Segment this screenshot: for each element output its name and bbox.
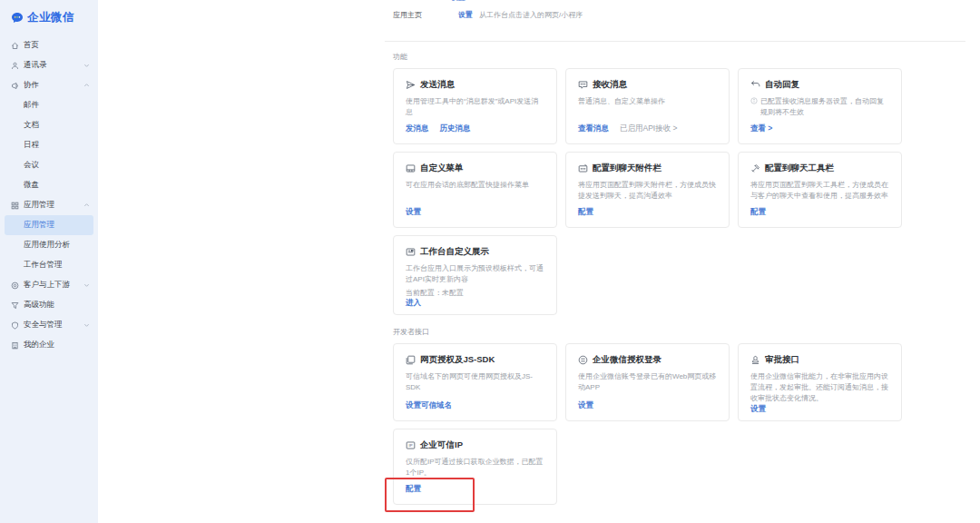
sidebar-item-label: 我的企业 <box>24 340 54 350</box>
custom-menu-icon <box>406 163 416 173</box>
sidebar-item-docs[interactable]: 文档 <box>0 115 98 135</box>
sidebar-item-label: 邮件 <box>24 100 39 111</box>
card-title: 网页授权及JS-SDK <box>420 354 495 366</box>
trusted-ip-config-link[interactable]: 配置 <box>406 484 421 495</box>
chevron-up-icon <box>83 83 90 89</box>
sidebar-item-meeting[interactable]: 会议 <box>0 155 98 175</box>
building-icon <box>11 341 19 350</box>
card-title: 企业微信授权登录 <box>593 354 662 366</box>
shield-icon <box>11 321 19 330</box>
card-title: 自定义菜单 <box>420 163 464 174</box>
send-icon <box>406 80 416 90</box>
sidebar-item-app-usage-analytics[interactable]: 应用使用分析 <box>0 235 98 255</box>
info-icon <box>750 97 758 118</box>
sidebar-item-mail[interactable]: 邮件 <box>0 95 98 115</box>
approval-icon <box>750 355 760 365</box>
approval-settings-link[interactable]: 设置 <box>750 404 766 415</box>
card-desc: 普通消息、自定义菜单操作 <box>578 96 665 107</box>
history-message-link[interactable]: 历史消息 <box>440 123 471 134</box>
sidebar-item-security-management[interactable]: 安全与管理 <box>0 315 98 335</box>
card-desc: 使用企业微信审批能力，在非审批应用内设置流程，发起审批。还能订阅通知消息，接收审… <box>750 371 889 404</box>
sidebar-item-advanced-features[interactable]: 高级功能 <box>0 295 98 315</box>
card-title: 发送消息 <box>420 79 455 91</box>
chat-toolbar-icon <box>750 163 760 173</box>
card-desc: 仅所配IP可通过接口获取企业数据，已配置1个IP。 <box>406 457 544 479</box>
sidebar-item-app-management[interactable]: 应用管理 <box>5 215 93 235</box>
developer-section-label: 开发者接口 <box>393 327 901 337</box>
sidebar-item-label: 微盘 <box>24 180 39 191</box>
sidebar-item-contacts[interactable]: 通讯录 <box>0 55 98 75</box>
app-logo[interactable]: 企业微信 <box>0 0 98 25</box>
sidebar-item-label: 文档 <box>24 120 39 131</box>
card-title: 工作台自定义展示 <box>420 246 489 258</box>
sidebar-item-collaboration[interactable]: 协作 <box>0 75 98 95</box>
web-auth-icon <box>406 355 416 365</box>
card-desc: 已配置接收消息服务器设置，自动回复规则将不生效 <box>760 96 889 118</box>
sidebar-item-label: 首页 <box>24 40 39 51</box>
card-desc: 可信域名下的网页可使用网页授权及JS-SDK <box>406 371 544 393</box>
sidebar-item-label: 日程 <box>24 140 39 151</box>
custom-menu-settings-link[interactable]: 设置 <box>406 207 421 218</box>
ip-icon: IP <box>406 440 416 450</box>
app-home-row: 应用主页 设置 从工作台点击进入的网页/小程序 <box>393 0 901 21</box>
auto-reply-icon <box>750 80 760 90</box>
sidebar-item-home[interactable]: 首页 <box>0 35 98 55</box>
svg-text:IP: IP <box>408 443 412 448</box>
funnel-icon <box>11 301 19 310</box>
card-workbench-display: 工作台自定义展示 工作台应用入口展示为预设模板样式，可通过API实时更新内容 当… <box>393 235 557 315</box>
wework-logo-icon <box>11 12 24 25</box>
chat-attachment-bar-icon <box>578 163 588 173</box>
sidebar-item-label: 客户与上下游 <box>24 280 70 291</box>
features-section-label: 功能 <box>393 52 901 62</box>
sidebar-group-app-management[interactable]: 应用管理 <box>0 195 98 215</box>
auth-login-settings-link[interactable]: 设置 <box>578 400 593 411</box>
app-logo-text: 企业微信 <box>27 10 74 25</box>
card-wework-auth-login: 企业微信授权登录 使用企业微信账号登录已有的Web网页或移动APP 设置 <box>565 343 730 421</box>
chevron-up-icon <box>83 202 90 209</box>
card-web-auth-jssdk: 网页授权及JS-SDK 可信域名下的网页可使用网页授权及JS-SDK 设置可信域… <box>393 343 557 421</box>
api-receive-enabled-link[interactable]: 已启用API接收 > <box>620 123 678 134</box>
current-config-value: 未配置 <box>442 289 464 297</box>
sidebar-item-schedule[interactable]: 日程 <box>0 135 98 155</box>
sidebar-item-label: 协作 <box>24 80 39 91</box>
card-title: 审批接口 <box>765 354 799 366</box>
card-auto-reply: 自动回复 已配置接收消息服务器设置，自动回复规则将不生效 查看 > <box>738 68 902 144</box>
app-home-desc: 从工作台点击进入的网页/小程序 <box>479 10 583 21</box>
sidebar-item-drive[interactable]: 微盘 <box>0 175 98 195</box>
customers-icon <box>11 281 19 290</box>
card-desc: 使用管理工具中的“消息群发”或API发送消息 <box>406 96 544 118</box>
view-auto-reply-link[interactable]: 查看 > <box>750 123 772 134</box>
home-icon <box>11 42 19 50</box>
sidebar-item-my-company[interactable]: 我的企业 <box>0 335 98 355</box>
sidebar-item-label: 安全与管理 <box>24 320 63 331</box>
sidebar: 企业微信 首页 通讯录 <box>0 0 98 523</box>
workbench-display-icon <box>406 247 416 257</box>
current-config-line: 当前配置：未配置 <box>406 288 544 298</box>
attachment-bar-config-link[interactable]: 配置 <box>578 207 593 218</box>
card-desc: 可在应用会话的底部配置快捷操作菜单 <box>406 180 529 191</box>
view-messages-link[interactable]: 查看消息 <box>578 123 609 134</box>
card-desc: 将应用页面配置到聊天附件栏，方便成员快捷发送到聊天，提高沟通效率 <box>578 180 717 202</box>
sidebar-item-label: 通讯录 <box>24 60 47 71</box>
sidebar-item-customers[interactable]: 客户与上下游 <box>0 275 98 295</box>
sidebar-item-label: 会议 <box>24 160 39 171</box>
sidebar-item-label: 高级功能 <box>24 300 54 311</box>
card-desc: 工作台应用入口展示为预设模板样式，可通过API实时更新内容 <box>406 263 544 285</box>
workbench-enter-link[interactable]: 进入 <box>406 298 421 309</box>
wework-admin-page: 企业微信 首页 通讯录 <box>0 0 980 523</box>
card-chat-attachment-bar: 配置到聊天附件栏 将应用页面配置到聊天附件栏，方便成员快捷发送到聊天，提高沟通效… <box>565 152 730 228</box>
send-message-link[interactable]: 发消息 <box>406 123 429 134</box>
chevron-down-icon <box>83 322 90 329</box>
app-home-settings-link[interactable]: 设置 <box>458 10 473 21</box>
current-config-label: 当前配置： <box>406 289 442 297</box>
apps-grid-icon <box>11 202 19 210</box>
sidebar-item-workbench-management[interactable]: 工作台管理 <box>0 255 98 275</box>
toolbar-config-link[interactable]: 配置 <box>750 207 766 218</box>
chevron-down-icon <box>83 63 90 69</box>
card-approval-api: 审批接口 使用企业微信审批能力，在非审批应用内设置流程，发起审批。还能订阅通知消… <box>738 343 902 421</box>
developer-cards-grid: 网页授权及JS-SDK 可信域名下的网页可使用网页授权及JS-SDK 设置可信域… <box>393 343 901 421</box>
trusted-domain-settings-link[interactable]: 设置可信域名 <box>406 400 452 411</box>
sidebar-item-label: 应用管理 <box>24 220 54 231</box>
card-title: 接收消息 <box>593 79 627 91</box>
card-trusted-ip: IP 企业可信IP 仅所配IP可通过接口获取企业数据，已配置1个IP。 配置 <box>393 429 557 505</box>
